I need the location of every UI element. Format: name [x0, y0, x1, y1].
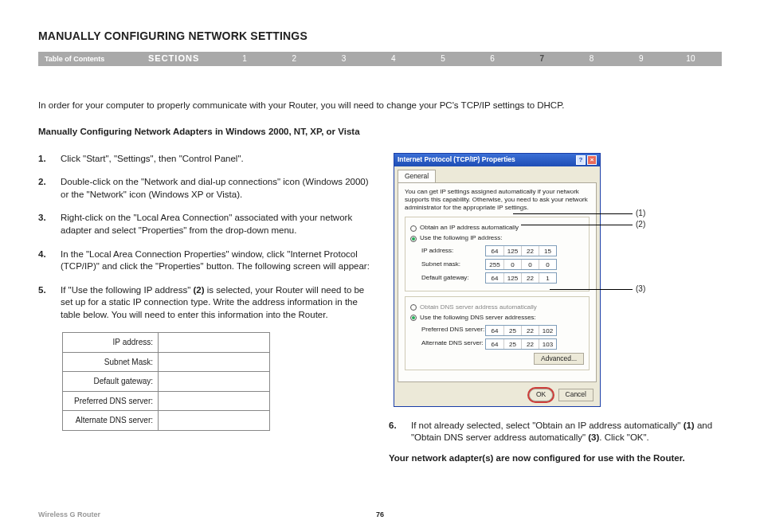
pdns-field[interactable]: 642522102: [485, 325, 557, 336]
toc-label[interactable]: Table of Contents: [45, 54, 148, 64]
advanced-button[interactable]: Advanced...: [534, 353, 584, 365]
step-2: Double-click on the "Network and dial-up…: [61, 176, 373, 201]
callout-line-3: [550, 289, 633, 290]
blank-entry-table: IP address: Subnet Mask: Default gateway…: [62, 332, 270, 431]
nav-1[interactable]: 1: [220, 53, 269, 65]
page-footer: Wireless G Router 76: [38, 510, 722, 519]
step-5: If "Use the following IP address" (2) is…: [61, 284, 373, 322]
ok-button[interactable]: OK: [529, 389, 553, 401]
callout-line-1: [513, 213, 633, 214]
adns-label: Alternate DNS server:: [421, 339, 485, 348]
page-number: 76: [376, 510, 384, 519]
radio-static-dns[interactable]: Use the following DNS server addresses:: [410, 314, 584, 323]
dialog-title: Internet Protocol (TCP/IP) Properties: [398, 155, 515, 164]
nav-7[interactable]: 7: [517, 53, 566, 65]
subnet-field[interactable]: 255000: [485, 259, 557, 270]
step-num-2: 2.: [38, 176, 49, 201]
ip-label: IP address:: [421, 247, 485, 256]
gateway-field[interactable]: 64125221: [485, 272, 557, 284]
step-num-1: 1.: [38, 153, 49, 166]
blank-gateway-label: Default gateway:: [63, 372, 159, 392]
nav-6[interactable]: 6: [468, 53, 517, 65]
footer-product: Wireless G Router: [38, 510, 100, 519]
adns-field[interactable]: 642522103: [485, 338, 557, 350]
blank-subnet-label: Subnet Mask:: [63, 352, 159, 372]
sections-label: SECTIONS: [148, 53, 220, 65]
step-num-4: 4.: [38, 248, 49, 273]
dialog-titlebar: Internet Protocol (TCP/IP) Properties ? …: [394, 154, 600, 166]
close-icon[interactable]: ×: [587, 155, 597, 165]
nav-3[interactable]: 3: [319, 53, 368, 65]
nav-5[interactable]: 5: [418, 53, 468, 65]
subnet-label: Subnet mask:: [421, 260, 485, 269]
cancel-button[interactable]: Cancel: [558, 389, 594, 401]
radio-auto-dns[interactable]: Obtain DNS server address automatically: [410, 303, 584, 312]
blank-adns-cell[interactable]: [159, 411, 270, 431]
callout-3: (3): [636, 284, 645, 295]
nav-10[interactable]: 10: [666, 53, 715, 65]
ip-field[interactable]: 641252215: [485, 245, 557, 256]
nav-4[interactable]: 4: [369, 53, 418, 65]
blank-ip-label: IP address:: [63, 333, 159, 353]
blank-pdns-label: Preferred DNS server:: [63, 391, 159, 411]
subheading: Manually Configuring Network Adapters in…: [38, 126, 722, 139]
callout-2: (2): [636, 219, 645, 230]
radio-static-ip[interactable]: Use the following IP address:: [410, 234, 584, 243]
nav-2[interactable]: 2: [269, 53, 319, 65]
gateway-label: Default gateway:: [421, 274, 485, 283]
step-num-3: 3.: [38, 212, 49, 237]
nav-8[interactable]: 8: [566, 53, 616, 65]
callout-line-2: [521, 225, 633, 225]
blank-adns-label: Alternate DNS server:: [63, 411, 159, 431]
tcpip-dialog: Internet Protocol (TCP/IP) Properties ? …: [394, 153, 601, 407]
callout-1: (1): [636, 208, 645, 219]
page-title: MANUALLY CONFIGURING NETWORK SETTINGS: [38, 29, 722, 44]
final-note: Your network adapter(s) are now configur…: [389, 452, 722, 465]
intro-text: In order for your computer to properly c…: [38, 100, 722, 112]
blank-ip-cell[interactable]: [159, 333, 270, 353]
step-6: If not already selected, select "Obtain …: [411, 420, 722, 444]
dialog-description: You can get IP settings assigned automat…: [405, 188, 590, 212]
step-num-5: 5.: [38, 284, 49, 322]
step-3: Right-click on the "Local Area Connectio…: [61, 212, 373, 237]
section-nav: Table of Contents SECTIONS 1 2 3 4 5 6 7…: [38, 52, 722, 66]
pdns-label: Preferred DNS server:: [421, 326, 485, 334]
radio-auto-ip[interactable]: Obtain an IP address automatically: [410, 224, 584, 233]
general-tab[interactable]: General: [398, 170, 436, 182]
blank-gateway-cell[interactable]: [159, 372, 270, 392]
step-1: Click "Start", "Settings", then "Control…: [61, 153, 244, 166]
nav-9[interactable]: 9: [617, 53, 666, 65]
blank-subnet-cell[interactable]: [159, 352, 270, 372]
step-4: In the "Local Area Connection Properties…: [61, 248, 373, 273]
help-icon[interactable]: ?: [576, 155, 586, 165]
step-num-6: 6.: [389, 420, 400, 444]
blank-pdns-cell[interactable]: [159, 391, 270, 411]
